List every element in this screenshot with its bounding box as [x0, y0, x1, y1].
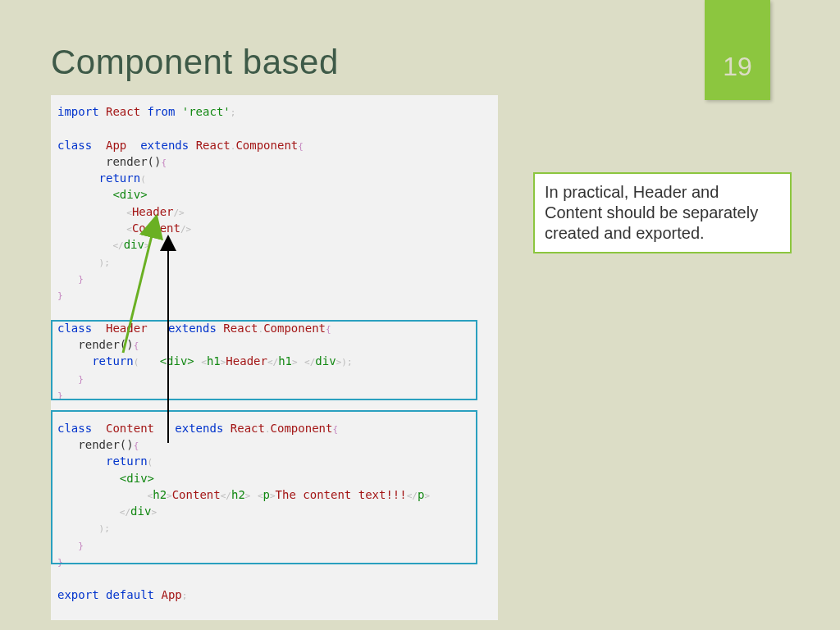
page-number-badge: 19 — [705, 0, 770, 100]
slide-title: Component based — [51, 43, 339, 82]
annotation-note: In practical, Header and Content should … — [533, 172, 792, 253]
code-block: import React from 'react'; class App ext… — [51, 95, 498, 620]
code-text: import React from 'react'; class App ext… — [57, 103, 491, 603]
